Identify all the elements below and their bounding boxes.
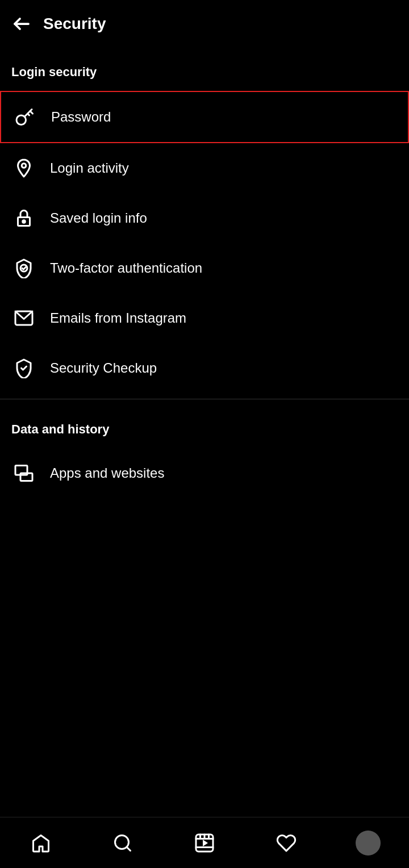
login-security-label: Login security [0, 48, 409, 91]
nav-reels[interactable] [187, 826, 222, 860]
search-icon [112, 833, 133, 853]
home-icon [31, 833, 51, 853]
key-icon [12, 105, 37, 130]
login-activity-label: Login activity [50, 160, 129, 176]
menu-item-two-factor-auth[interactable]: Two-factor authentication [0, 243, 409, 293]
reels-icon [194, 833, 215, 853]
nav-activity[interactable] [269, 826, 303, 860]
svg-point-7 [23, 220, 26, 223]
svg-line-3 [30, 111, 33, 114]
menu-item-apps-and-websites[interactable]: Apps and websites [0, 448, 409, 498]
mail-icon [11, 306, 36, 331]
menu-item-login-activity[interactable]: Login activity [0, 143, 409, 193]
password-label: Password [51, 109, 111, 125]
apps-and-websites-label: Apps and websites [50, 465, 164, 481]
lock-icon [11, 206, 36, 231]
shield-check-icon [11, 256, 36, 281]
header: Security [0, 0, 409, 48]
nav-profile[interactable] [351, 826, 385, 860]
svg-marker-15 [203, 840, 208, 846]
security-checkup-label: Security Checkup [50, 360, 157, 376]
nav-search[interactable] [106, 826, 140, 860]
section-divider [0, 399, 409, 399]
shield-tick-icon [11, 356, 36, 381]
back-button[interactable] [9, 11, 34, 36]
two-factor-auth-label: Two-factor authentication [50, 260, 202, 276]
menu-item-password[interactable]: Password [0, 91, 409, 143]
nav-home[interactable] [24, 826, 58, 860]
svg-point-5 [22, 164, 26, 168]
heart-icon [276, 833, 297, 853]
location-icon [11, 156, 36, 181]
data-history-label: Data and history [0, 405, 409, 448]
svg-line-13 [127, 846, 131, 850]
page-title: Security [43, 15, 106, 33]
apps-icon [11, 461, 36, 486]
emails-from-instagram-label: Emails from Instagram [50, 310, 186, 326]
bottom-navigation [0, 817, 409, 868]
menu-item-security-checkup[interactable]: Security Checkup [0, 343, 409, 393]
profile-avatar [356, 831, 381, 856]
svg-line-4 [28, 114, 30, 115]
menu-item-saved-login-info[interactable]: Saved login info [0, 193, 409, 243]
menu-item-emails-from-instagram[interactable]: Emails from Instagram [0, 293, 409, 343]
saved-login-info-label: Saved login info [50, 210, 147, 226]
